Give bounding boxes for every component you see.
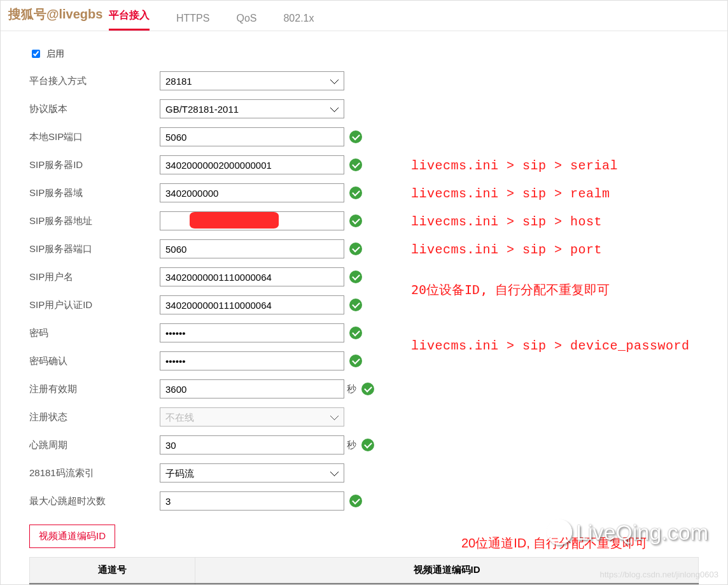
cell-channel: 1 xyxy=(30,583,195,586)
tab-8021x[interactable]: 802.1x xyxy=(283,13,314,31)
password-input[interactable] xyxy=(160,323,344,342)
col-channel: 通道号 xyxy=(30,558,195,583)
heartbeat-unit: 秒 xyxy=(347,439,356,451)
password-confirm-label: 密码确认 xyxy=(29,355,160,367)
max-hb-timeout-label: 最大心跳超时次数 xyxy=(29,495,160,507)
password-confirm-input[interactable] xyxy=(160,351,344,370)
sip-server-port-input[interactable] xyxy=(160,239,344,258)
table-row[interactable]: 1 34020000001320000064 xyxy=(30,583,699,586)
reg-status-select: 不在线 xyxy=(160,407,344,426)
reg-expiry-input[interactable] xyxy=(160,379,344,398)
sip-server-id-label: SIP服务器ID xyxy=(29,159,160,171)
tab-https[interactable]: HTTPS xyxy=(176,13,209,31)
channel-table: 通道号 视频通道编码ID 1 34020000001320000064 xyxy=(29,557,699,585)
check-icon xyxy=(349,130,362,143)
check-icon xyxy=(349,271,362,283)
check-icon xyxy=(361,439,374,451)
sip-user-input[interactable] xyxy=(160,267,344,286)
access-method-select[interactable]: 28181 xyxy=(160,71,344,90)
local-sip-port-label: 本地SIP端口 xyxy=(29,131,160,143)
sohu-watermark: 搜狐号@livegbs xyxy=(8,6,102,23)
sip-auth-id-input[interactable] xyxy=(160,295,344,314)
check-icon xyxy=(349,243,362,255)
liveqing-watermark: LiveQing.com xyxy=(547,519,708,545)
protocol-version-label: 协议版本 xyxy=(29,103,160,115)
enable-label: 启用 xyxy=(46,48,64,60)
sip-server-realm-label: SIP服务器域 xyxy=(29,187,160,199)
cell-channel-id: 34020000001320000064 xyxy=(195,583,699,586)
sip-server-addr-label: SIP服务器地址 xyxy=(29,215,160,227)
check-icon xyxy=(349,159,362,171)
redaction-mark xyxy=(190,212,279,229)
check-icon xyxy=(349,215,362,227)
check-icon xyxy=(349,299,362,311)
max-hb-time--input xyxy=(160,491,344,511)
reg-expiry-label: 注册有效期 xyxy=(29,383,160,395)
local-sip-port-input[interactable] xyxy=(160,127,344,146)
heartbeat-label: 心跳周期 xyxy=(29,439,160,451)
sip-server-port-label: SIP服务器端口 xyxy=(29,243,160,255)
tab-bar: 平台接入 HTTPS QoS 802.1x xyxy=(1,1,727,31)
sip-user-label: SIP用户名 xyxy=(29,271,160,283)
enable-checkbox[interactable] xyxy=(32,50,40,58)
check-icon xyxy=(349,327,362,339)
sip-auth-id-label: SIP用户认证ID xyxy=(29,299,160,311)
check-icon xyxy=(349,187,362,199)
stream-index-select[interactable]: 子码流 xyxy=(160,463,344,483)
note-port: livecms.ini > sip > port xyxy=(411,241,602,257)
tab-platform-access[interactable]: 平台接入 xyxy=(109,9,150,31)
reg-status-label: 注册状态 xyxy=(29,411,160,423)
stream-index-label: 28181码流索引 xyxy=(29,467,160,479)
protocol-version-select[interactable]: GB/T28181-2011 xyxy=(160,99,344,118)
sip-server-realm-input[interactable] xyxy=(160,183,344,202)
heartbeat-input[interactable] xyxy=(160,435,344,455)
note-host: livecms.ini > sip > host xyxy=(411,213,602,229)
password-label: 密码 xyxy=(29,327,160,339)
form-container: 启用 平台接入方式 28181 协议版本 GB/T28181-2011 本地SI… xyxy=(1,31,727,585)
tab-qos[interactable]: QoS xyxy=(236,13,256,31)
sip-server-id-input[interactable] xyxy=(160,155,344,174)
check-icon xyxy=(349,355,362,367)
video-channel-id-button[interactable]: 视频通道编码ID xyxy=(29,525,115,548)
csdn-watermark: https://blog.csdn.net/jinlong0603 xyxy=(600,570,718,579)
note-realm: livecms.ini > sip > realm xyxy=(411,185,610,201)
check-icon xyxy=(349,495,362,507)
play-circle-icon xyxy=(547,519,572,545)
reg-expiry-unit: 秒 xyxy=(347,383,356,395)
check-icon xyxy=(361,383,374,395)
note-serial: livecms.ini > sip > serial xyxy=(411,157,618,173)
access-method-label: 平台接入方式 xyxy=(29,75,160,87)
